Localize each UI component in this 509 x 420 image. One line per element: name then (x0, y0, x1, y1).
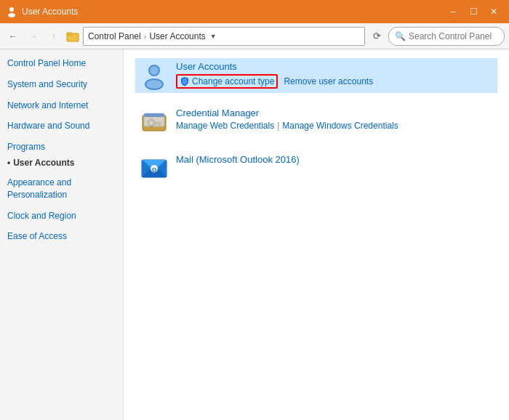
category-item-mail: O Mail (Microsoft Outlook 2016) (135, 151, 497, 186)
maximize-button[interactable]: ☐ (464, 4, 483, 19)
address-bar: ← → ↑ Control Panel › User Accounts ▼ ⟳ … (0, 23, 509, 49)
content-area: User Accounts Change account type Remove… (124, 49, 509, 420)
up-button[interactable]: ↑ (45, 28, 63, 45)
window-title: User Accounts (22, 7, 78, 17)
category-item-credential: Credential Manager Manage Web Credential… (135, 105, 497, 140)
sidebar-item-home[interactable]: Control Panel Home (0, 55, 123, 72)
sidebar-link-hardware[interactable]: Hardware and Sound (0, 118, 123, 134)
svg-text:O: O (152, 166, 156, 173)
change-account-type-label: Change account type (192, 76, 274, 86)
search-input[interactable] (409, 31, 498, 41)
location-icon (65, 29, 80, 44)
path-dropdown[interactable]: ▼ (209, 33, 218, 40)
mail-content: Mail (Microsoft Outlook 2016) (176, 154, 493, 167)
address-path: Control Panel › User Accounts ▼ (83, 27, 365, 46)
manage-web-credentials-link[interactable]: Manage Web Credentials (176, 121, 274, 131)
svg-point-6 (150, 66, 159, 75)
svg-point-7 (146, 80, 162, 89)
change-account-type-link[interactable]: Change account type (176, 74, 278, 89)
search-icon: 🔍 (395, 31, 406, 41)
sidebar-section-programs: Programs (0, 139, 123, 156)
svg-rect-16 (144, 113, 164, 117)
sidebar-section-ease: Ease of Access (0, 228, 123, 245)
svg-point-0 (9, 7, 14, 12)
link-separator-2: | (277, 121, 279, 131)
sidebar-section-appearance: Appearance and Personalization (0, 174, 123, 203)
sidebar-section-hardware: Hardware and Sound (0, 118, 123, 134)
credential-manager-icon (140, 108, 169, 137)
window-controls: – ☐ ✕ (444, 4, 503, 19)
search-box: 🔍 (388, 27, 505, 46)
sidebar-section-network: Network and Internet (0, 97, 123, 114)
path-user-accounts[interactable]: User Accounts (149, 31, 205, 41)
refresh-button[interactable]: ⟳ (368, 28, 385, 45)
user-accounts-icon (140, 61, 169, 90)
sidebar-active-useraccounts: User Accounts (0, 156, 123, 170)
sidebar-section-system: System and Security (0, 76, 123, 93)
sidebar-link-appearance[interactable]: Appearance and Personalization (0, 174, 123, 203)
path-control-panel[interactable]: Control Panel (88, 31, 141, 41)
sidebar-link-clock[interactable]: Clock and Region (0, 208, 123, 225)
back-button[interactable]: ← (4, 28, 22, 45)
mail-title[interactable]: Mail (Microsoft Outlook 2016) (176, 154, 493, 165)
close-button[interactable]: ✕ (484, 4, 503, 19)
main-layout: Control Panel Home System and Security N… (0, 49, 509, 420)
sidebar-active-label: User Accounts (13, 158, 74, 168)
forward-button[interactable]: → (25, 28, 42, 45)
sidebar-section-clock: Clock and Region (0, 208, 123, 225)
user-accounts-title[interactable]: User Accounts (176, 61, 493, 72)
remove-accounts-link[interactable]: Remove user accounts (284, 76, 373, 86)
mail-icon: O (140, 154, 169, 183)
credential-manager-title[interactable]: Credential Manager (176, 108, 493, 118)
credential-manager-content: Credential Manager Manage Web Credential… (176, 108, 493, 131)
category-item-user-accounts: User Accounts Change account type Remove… (135, 58, 497, 93)
title-bar: User Accounts – ☐ ✕ (0, 0, 509, 23)
manage-windows-credentials-link[interactable]: Manage Windows Credentials (282, 121, 398, 131)
user-accounts-content: User Accounts Change account type Remove… (176, 61, 493, 89)
titlebar-icon (6, 6, 17, 17)
sidebar-link-ease[interactable]: Ease of Access (0, 228, 123, 245)
svg-rect-3 (67, 33, 72, 35)
minimize-button[interactable]: – (444, 4, 462, 19)
shield-icon (180, 76, 190, 86)
sidebar: Control Panel Home System and Security N… (0, 49, 124, 420)
svg-point-1 (8, 13, 15, 17)
credential-manager-links: Manage Web Credentials | Manage Windows … (176, 121, 493, 131)
sidebar-link-programs[interactable]: Programs (0, 139, 123, 156)
sidebar-link-system[interactable]: System and Security (0, 76, 123, 93)
user-accounts-links: Change account type Remove user accounts (176, 74, 493, 89)
sidebar-link-network[interactable]: Network and Internet (0, 97, 123, 114)
